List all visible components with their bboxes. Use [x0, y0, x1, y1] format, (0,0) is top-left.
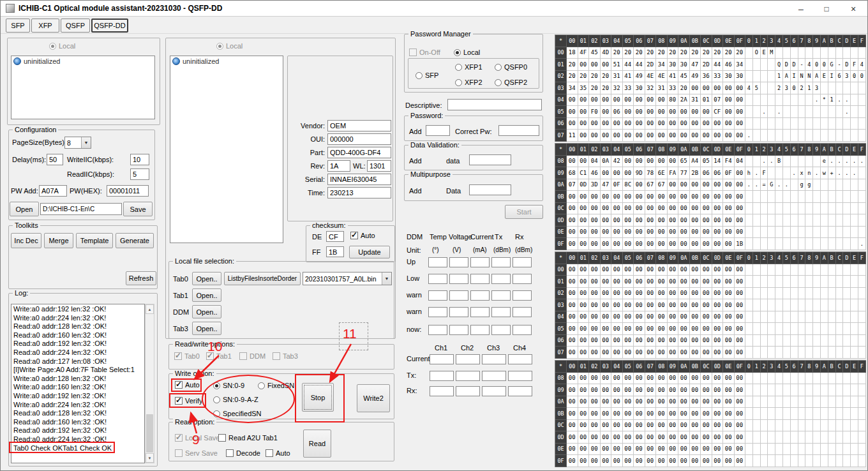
hex-byte-cell[interactable]: 46	[723, 59, 735, 71]
hex-byte-cell[interactable]: 00	[589, 118, 601, 130]
hex-byte-cell[interactable]: 00	[690, 203, 701, 215]
channel-value-input[interactable]	[482, 371, 506, 381]
hex-byte-cell[interactable]: 42	[611, 156, 623, 168]
hex-byte-cell[interactable]: 00	[634, 191, 645, 203]
hex-byte-cell[interactable]: 00	[712, 396, 724, 408]
hex-byte-cell[interactable]: 00	[701, 203, 712, 215]
ddm-value-input[interactable]	[470, 307, 490, 317]
hex-byte-cell[interactable]: 00	[623, 191, 634, 203]
hex-byte-cell[interactable]: 00	[567, 431, 578, 444]
hex-byte-cell[interactable]: 67	[645, 179, 657, 191]
checksum-auto-checkbox[interactable]: Auto	[350, 232, 375, 239]
hex-byte-cell[interactable]: 00	[567, 288, 578, 300]
hex-byte-cell[interactable]: 00	[701, 444, 712, 456]
hex-byte-cell[interactable]: 00	[735, 384, 746, 396]
hex-byte-cell[interactable]: 14	[712, 156, 724, 168]
hex-byte-cell[interactable]: 00	[567, 420, 578, 432]
local-save-checkbox[interactable]: Local Save	[175, 434, 220, 442]
hex-byte-cell[interactable]: 00	[623, 373, 634, 385]
hex-byte-cell[interactable]: 00	[723, 408, 735, 420]
hex-byte-cell[interactable]: 51	[611, 59, 623, 71]
hex-byte-cell[interactable]: 00	[735, 455, 746, 467]
hex-byte-cell[interactable]: 00	[735, 311, 746, 324]
hex-byte-cell[interactable]: 00	[645, 94, 657, 107]
hex-byte-cell[interactable]: 00	[690, 384, 701, 396]
hex-byte-cell[interactable]: 20	[678, 47, 690, 59]
hex-byte-cell[interactable]: 00	[712, 347, 724, 359]
hex-byte-cell[interactable]: 00	[611, 191, 623, 203]
hex-byte-cell[interactable]: 00	[678, 276, 690, 288]
hex-byte-cell[interactable]: 00	[623, 311, 634, 324]
hex-byte-cell[interactable]: 00	[634, 408, 645, 420]
hex-byte-cell[interactable]: 32	[611, 82, 623, 94]
hex-byte-cell[interactable]: 00	[723, 299, 735, 311]
hex-byte-cell[interactable]: 00	[678, 106, 690, 118]
hex-byte-cell[interactable]: 00	[645, 130, 657, 142]
hex-byte-cell[interactable]: 00	[656, 408, 668, 420]
hex-byte-cell[interactable]: 00	[623, 130, 634, 142]
hex-byte-cell[interactable]: 00	[623, 94, 634, 107]
hex-byte-cell[interactable]: 00	[623, 444, 634, 456]
file-select[interactable]: 202310301757_A0L.bin▼	[303, 272, 392, 285]
middle-local-radio[interactable]: Local	[216, 42, 243, 50]
rev-input[interactable]: 1A	[327, 160, 350, 172]
tab3-checkbox[interactable]: Tab3	[273, 352, 298, 360]
hex-byte-cell[interactable]: 00	[611, 94, 623, 107]
hex-byte-cell[interactable]: 00	[690, 299, 701, 311]
hex-byte-cell[interactable]: 00	[623, 420, 634, 432]
hex-byte-cell[interactable]: 00	[690, 431, 701, 444]
hex-byte-cell[interactable]: 00	[723, 347, 735, 359]
hex-byte-cell[interactable]: 00	[601, 420, 612, 432]
hex-byte-cell[interactable]: 00	[611, 203, 623, 215]
hex-byte-cell[interactable]: 00	[723, 431, 735, 444]
hex-byte-cell[interactable]: 00	[723, 455, 735, 467]
hex-byte-cell[interactable]: 20	[656, 47, 668, 59]
hex-byte-cell[interactable]: 00	[668, 276, 679, 288]
hex-byte-cell[interactable]: 00	[611, 384, 623, 396]
hex-byte-cell[interactable]: 00	[723, 335, 735, 347]
hex-byte-cell[interactable]: 00	[656, 227, 668, 239]
hex-byte-cell[interactable]: 00	[645, 408, 657, 420]
hex-byte-cell[interactable]: 00	[678, 191, 690, 203]
hex-byte-cell[interactable]: 00	[601, 106, 612, 118]
hex-byte-cell[interactable]: 00	[623, 106, 634, 118]
hex-byte-cell[interactable]: 32	[645, 82, 657, 94]
hex-byte-cell[interactable]: 00	[567, 373, 578, 385]
hex-byte-cell[interactable]: 00	[611, 431, 623, 444]
hex-byte-cell[interactable]: 47	[601, 179, 612, 191]
pw-hex-input[interactable]: 00001011	[107, 185, 149, 197]
hex-byte-cell[interactable]: 00	[601, 347, 612, 359]
hex-byte-cell[interactable]: CF	[712, 106, 724, 118]
hex-byte-cell[interactable]: 00	[701, 238, 712, 250]
hex-byte-cell[interactable]: 00	[668, 408, 679, 420]
hex-byte-cell[interactable]: 00	[678, 227, 690, 239]
hex-byte-cell[interactable]: 00	[589, 288, 601, 300]
channel-value-input[interactable]	[456, 354, 480, 364]
channel-value-input[interactable]	[482, 354, 506, 364]
hex-byte-cell[interactable]: 00	[656, 214, 668, 227]
hex-byte-cell[interactable]: 00	[701, 288, 712, 300]
ddm-checkbox[interactable]: DDM	[239, 352, 266, 360]
hex-byte-cell[interactable]: 00	[634, 288, 645, 300]
hex-byte-cell[interactable]: 00	[678, 179, 690, 191]
hex-byte-cell[interactable]: 00	[634, 384, 645, 396]
hex-byte-cell[interactable]: 00	[735, 373, 746, 385]
hex-byte-cell[interactable]: 00	[634, 276, 645, 288]
hex-byte-cell[interactable]: 00	[601, 227, 612, 239]
hex-byte-cell[interactable]: A4	[690, 156, 701, 168]
hex-byte-cell[interactable]: 34	[656, 59, 668, 71]
tab-qsfp-dd[interactable]: QSFP-DD	[91, 19, 128, 33]
hex-byte-cell[interactable]: 00	[656, 347, 668, 359]
hex-byte-cell[interactable]: 11	[567, 130, 578, 142]
hex-byte-cell[interactable]: 00	[623, 408, 634, 420]
hex-byte-cell[interactable]: 00	[634, 214, 645, 227]
qsfp2-radio[interactable]: QSFP2	[495, 78, 527, 86]
hex-byte-cell[interactable]: 01	[701, 94, 712, 107]
hex-byte-cell[interactable]: 78	[645, 167, 657, 179]
hex-byte-cell[interactable]: 20	[601, 82, 612, 94]
hex-byte-cell[interactable]: 00	[678, 396, 690, 408]
tab-xfp[interactable]: XFP	[31, 19, 59, 33]
sn-0-9-radio[interactable]: SN:0-9	[213, 382, 244, 389]
hex-byte-cell[interactable]: 20	[567, 59, 578, 71]
hex-byte-cell[interactable]: 00	[690, 264, 701, 276]
